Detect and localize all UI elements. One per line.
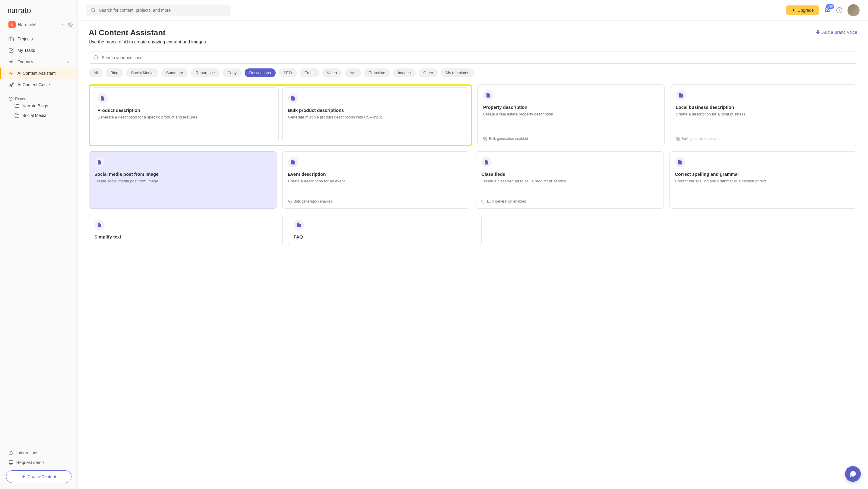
document-icon — [294, 220, 304, 230]
folder-icon — [14, 113, 19, 118]
briefcase-icon — [8, 36, 14, 42]
nav-ai-genie[interactable]: 🚀 AI Content Genie — [0, 79, 78, 91]
filter-pill-summary[interactable]: Summary — [161, 68, 188, 77]
recents-section: Recents Narrato Blogs Social Media — [0, 92, 78, 123]
monitor-icon — [8, 460, 13, 465]
chevron-down-icon[interactable] — [61, 23, 65, 27]
nav-organize[interactable]: Organize ▶ — [0, 56, 78, 68]
inbox-count: 338 — [826, 4, 834, 9]
filter-pill-video[interactable]: Video — [322, 68, 342, 77]
svg-rect-7 — [9, 461, 13, 463]
card-desc: Create a classified ad to sell a product… — [482, 178, 658, 184]
card-local-business[interactable]: Local business description Create a desc… — [670, 85, 858, 146]
card-title: Classifieds — [482, 171, 658, 177]
logo-text: narrato — [7, 5, 31, 15]
demo-link[interactable]: Request demo — [6, 458, 71, 467]
svg-line-18 — [97, 59, 98, 59]
bulk-badge: Bulk generation enabled — [288, 199, 465, 203]
usecase-search[interactable] — [89, 52, 857, 64]
filter-pill-copy[interactable]: Copy — [223, 68, 241, 77]
recent-label: Social Media — [22, 113, 46, 118]
filter-pill-translate[interactable]: Translate — [364, 68, 390, 77]
help-icon — [836, 7, 843, 13]
add-brand-voice-button[interactable]: Add a Brand Voice — [815, 30, 857, 35]
filter-pill-email[interactable]: Email — [300, 68, 319, 77]
card-event[interactable]: Event description Create a description f… — [282, 151, 470, 208]
document-icon — [675, 157, 685, 167]
check-icon — [8, 47, 14, 53]
nav-label: AI Content Assistant — [18, 71, 56, 76]
card-title: FAQ — [294, 234, 476, 239]
user-avatar[interactable] — [847, 4, 860, 16]
filter-pill-repurpose[interactable]: Repurpose — [191, 68, 220, 77]
filter-pill-images[interactable]: Images — [393, 68, 415, 77]
card-classifieds[interactable]: Classifieds Create a classified ad to se… — [476, 151, 664, 208]
card-faq[interactable]: FAQ — [288, 214, 482, 246]
filter-pill-seo[interactable]: SEO — [279, 68, 297, 77]
rocket-icon: 🚀 — [8, 82, 14, 88]
recent-item[interactable]: Social Media — [8, 111, 70, 120]
page-title: AI Content Assistant — [89, 28, 206, 37]
document-icon — [483, 90, 493, 100]
bulk-badge: Bulk generation enabled — [483, 137, 659, 141]
button-label: Create Content — [27, 474, 56, 479]
global-search[interactable] — [86, 4, 231, 16]
svg-rect-20 — [677, 138, 679, 140]
filter-pill-my-templates[interactable]: My templates — [441, 68, 474, 77]
chat-support-button[interactable] — [845, 466, 861, 482]
card-title: Simplify text — [94, 234, 277, 239]
card-title: Social media post from image — [94, 171, 271, 177]
document-icon — [676, 90, 686, 100]
anchor-icon — [8, 450, 13, 455]
card-product-description[interactable]: Product description Generate a descripti… — [92, 88, 279, 143]
card-grammar[interactable]: Correct spelling and grammar Correct the… — [669, 151, 858, 208]
link-label: Request demo — [16, 460, 44, 465]
bulk-badge: Bulk generation enabled — [676, 137, 852, 141]
card-simplify[interactable]: Simplify text — [89, 214, 283, 246]
filter-pill-blog[interactable]: Blog — [105, 68, 123, 77]
filter-pill-descriptions[interactable]: Descriptions — [245, 68, 276, 77]
link-label: Integrations — [16, 450, 38, 455]
card-desc: Create a description for an event — [288, 178, 465, 184]
svg-rect-22 — [483, 201, 485, 203]
document-icon — [482, 157, 492, 167]
nav-ai-assistant[interactable]: AI Content Assistant — [0, 68, 78, 79]
nav-label: Projects — [18, 36, 33, 41]
card-title: Event description — [288, 171, 465, 177]
integrations-link[interactable]: Integrations — [6, 448, 71, 458]
upgrade-button[interactable]: Upgrade — [786, 5, 819, 15]
recent-label: Narrato Blogs — [22, 103, 48, 108]
document-icon — [288, 157, 298, 167]
svg-point-17 — [94, 56, 97, 59]
document-icon — [97, 93, 108, 103]
inbox-button[interactable]: 338 — [824, 7, 831, 14]
gear-icon[interactable] — [68, 22, 73, 27]
button-label: Upgrade — [798, 8, 814, 13]
card-property[interactable]: Property description Create a real estat… — [477, 85, 665, 146]
chevron-right-icon: ▶ — [67, 60, 69, 64]
help-button[interactable] — [836, 7, 843, 13]
search-icon — [93, 55, 99, 60]
workspace-switcher[interactable]: N NarratoM... — [0, 19, 78, 32]
folder-icon — [14, 103, 19, 108]
filter-pill-all[interactable]: All — [89, 68, 102, 77]
card-desc: Create a real estate property descriptio… — [483, 111, 659, 117]
card-social-from-image[interactable]: Social media post from image Create soci… — [89, 151, 277, 208]
recents-label: Recents — [15, 96, 30, 101]
filter-pill-social-media[interactable]: Social Media — [126, 68, 158, 77]
create-content-button[interactable]: Create Content — [6, 470, 71, 483]
topbar: Upgrade 338 — [78, 0, 868, 21]
document-icon — [288, 93, 298, 103]
search-input[interactable] — [99, 8, 227, 13]
card-bulk-product[interactable]: Bulk product descriptions Generate multi… — [282, 88, 469, 143]
filter-pill-ads[interactable]: Ads — [345, 68, 361, 77]
document-icon — [94, 220, 105, 230]
recent-item[interactable]: Narrato Blogs — [8, 101, 70, 111]
usecase-search-input[interactable] — [102, 55, 852, 60]
svg-rect-19 — [485, 138, 487, 140]
mic-icon — [815, 30, 820, 35]
svg-rect-1 — [9, 38, 13, 41]
nav-projects[interactable]: Projects — [0, 33, 78, 44]
filter-pill-other[interactable]: Other — [418, 68, 438, 77]
nav-tasks[interactable]: My Tasks — [0, 44, 78, 56]
